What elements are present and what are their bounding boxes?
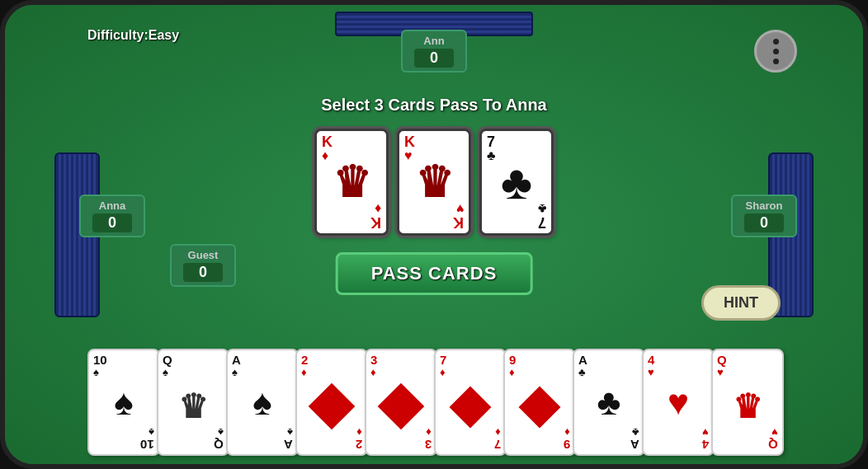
- menu-dot-3: [773, 59, 779, 64]
- hand-card-4[interactable]: 2 ♦ 2 ♦: [295, 349, 368, 456]
- ann-score: 0: [414, 49, 454, 68]
- hand-card-9[interactable]: 4 ♥ ♥ 4 ♥: [642, 349, 715, 456]
- instruction-text: Select 3 Cards Pass To Anna: [321, 96, 546, 115]
- sharon-score: 0: [744, 213, 784, 232]
- card1-rank-b: K: [370, 215, 381, 230]
- card2-suit-b: ♥: [456, 202, 465, 215]
- card2-rank-b: K: [453, 215, 464, 230]
- score-box-anna: Anna 0: [79, 195, 145, 237]
- player-hand: 10 ♠ ♠ 10 ♠ Q ♠ ♛ Q ♠ A ♠ ♠ A ♠ 2 ♦ 2: [87, 349, 781, 456]
- game-container: Difficulty:Easy Ann 0 Anna 0 Sharon 0 Gu…: [0, 0, 868, 469]
- selected-card-2[interactable]: K ♥ ♛ K ♥: [397, 129, 471, 236]
- card3-rank: 7: [487, 134, 495, 149]
- selected-card-3[interactable]: 7 ♣ ♣ 7 ♣: [479, 129, 554, 236]
- card3-suit-b: ♣: [538, 202, 547, 215]
- score-box-ann: Ann 0: [401, 30, 467, 73]
- selected-cards-area: K ♦ ♛ K ♦ K ♥ ♛ K ♥ 7 ♣ ♣ 7 ♣: [314, 129, 554, 236]
- card1-rank: K: [322, 134, 333, 149]
- hand-card-6[interactable]: 7 ♦ 7 ♦: [434, 349, 507, 456]
- card2-rank: K: [404, 134, 415, 149]
- anna-score: 0: [92, 213, 132, 232]
- score-box-sharon: Sharon 0: [731, 195, 797, 237]
- ann-name: Ann: [414, 35, 454, 47]
- anna-name: Anna: [92, 199, 132, 212]
- card3-suit: ♣: [487, 149, 496, 162]
- difficulty-label: Difficulty:Easy: [87, 28, 179, 43]
- card1-face: ♛: [333, 161, 371, 204]
- guest-name: Guest: [183, 249, 223, 261]
- pass-cards-button[interactable]: PASS CARDS: [336, 252, 533, 295]
- hand-card-8[interactable]: A ♣ ♣ A ♣: [573, 349, 645, 456]
- hand-card-3[interactable]: A ♠ ♠ A ♠: [226, 349, 299, 456]
- guest-score: 0: [183, 263, 223, 282]
- hand-card-2[interactable]: Q ♠ ♛ Q ♠: [157, 349, 229, 456]
- hint-button[interactable]: HINT: [701, 285, 781, 321]
- selected-card-1[interactable]: K ♦ ♛ K ♦: [314, 129, 389, 236]
- score-box-guest: Guest 0: [170, 244, 236, 287]
- card2-face: ♛: [415, 161, 454, 204]
- hand-card-10[interactable]: Q ♥ ♛ Q ♥: [711, 349, 784, 456]
- menu-dot-2: [773, 49, 779, 54]
- card3-rank-b: 7: [538, 215, 546, 230]
- sharon-name: Sharon: [744, 199, 784, 212]
- menu-dot-1: [773, 39, 779, 45]
- card1-suit-b: ♦: [375, 202, 381, 215]
- card1-suit: ♦: [322, 149, 328, 162]
- card2-suit: ♥: [404, 149, 413, 162]
- hand-card-7[interactable]: 9 ♦ 9 ♦: [503, 349, 576, 456]
- menu-button[interactable]: [754, 30, 797, 73]
- card3-face: ♣: [501, 158, 532, 206]
- hand-card-5[interactable]: 3 ♦ 3 ♦: [365, 349, 437, 456]
- hand-card-1[interactable]: 10 ♠ ♠ 10 ♠: [87, 349, 160, 456]
